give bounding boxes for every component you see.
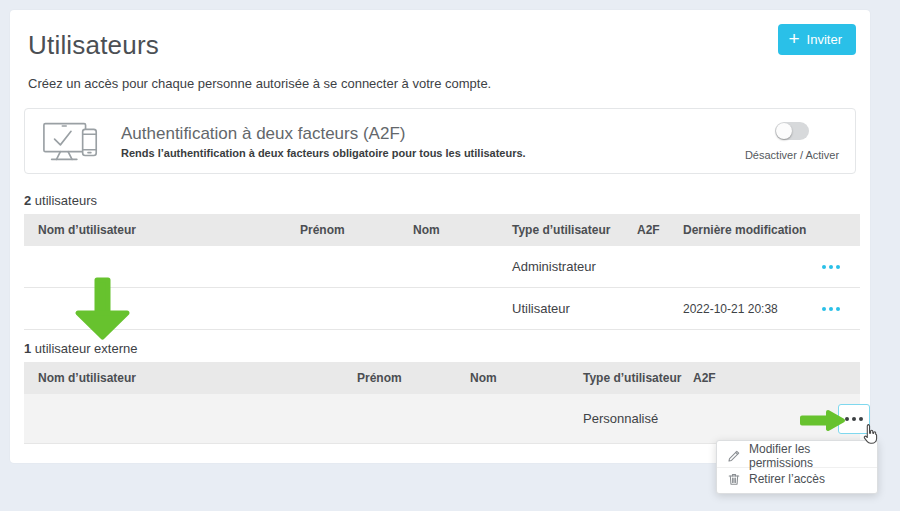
- two-factor-devices-icon: [41, 116, 103, 166]
- users-table-header: Nom d’utilisateur Prénom Nom Type d’util…: [24, 214, 860, 246]
- col-usertype: Type d’utilisateur: [512, 223, 637, 237]
- users-admin-page: { "header": { "title": "Utilisateurs", "…: [0, 0, 900, 511]
- two-factor-text-block: Authentification à deux facteurs (A2F) R…: [121, 124, 735, 159]
- green-arrow-down-icon: [70, 276, 136, 348]
- user-type: Utilisateur: [512, 301, 637, 316]
- trash-icon: [727, 472, 741, 486]
- row-actions-ellipsis-icon[interactable]: [818, 261, 844, 273]
- users-count-text: utilisateurs: [35, 193, 97, 208]
- user-row: Utilisateur 2022-10-21 20:38: [24, 288, 860, 330]
- col-a2f: A2F: [693, 371, 860, 385]
- users-count: 2: [24, 193, 31, 208]
- menu-item-remove-access[interactable]: Retirer l’accès: [717, 467, 877, 490]
- two-factor-title: Authentification à deux facteurs (A2F): [121, 124, 735, 144]
- external-users-table: Nom d’utilisateur Prénom Nom Type d’util…: [24, 362, 860, 444]
- col-firstname: Prénom: [357, 371, 470, 385]
- col-usertype: Type d’utilisateur: [583, 371, 693, 385]
- users-table: Nom d’utilisateur Prénom Nom Type d’util…: [24, 214, 860, 330]
- col-lastname: Nom: [470, 371, 583, 385]
- menu-item-label: Retirer l’accès: [749, 472, 825, 486]
- page-subtitle: Créez un accès pour chaque personne auto…: [28, 76, 491, 91]
- col-firstname: Prénom: [300, 223, 413, 237]
- plus-icon: +: [788, 29, 799, 48]
- invite-button-label: Inviter: [807, 32, 842, 47]
- col-lastname: Nom: [413, 223, 512, 237]
- two-factor-description: Rends l’authentification à deux facteurs…: [121, 147, 735, 159]
- row-actions-context-menu: Modifier les permissions Retirer l’accès: [716, 440, 878, 494]
- row-actions-ellipsis-icon[interactable]: [818, 303, 844, 315]
- menu-item-edit-permissions[interactable]: Modifier les permissions: [717, 444, 877, 467]
- col-username: Nom d’utilisateur: [38, 371, 357, 385]
- external-user-row: Personnalisé: [24, 394, 860, 444]
- user-row: Administrateur: [24, 246, 860, 288]
- two-factor-card: Authentification à deux facteurs (A2F) R…: [24, 108, 856, 174]
- two-factor-toggle[interactable]: [775, 122, 809, 140]
- toggle-knob: [776, 123, 792, 139]
- external-table-header: Nom d’utilisateur Prénom Nom Type d’util…: [24, 362, 860, 394]
- page-title: Utilisateurs: [28, 30, 159, 61]
- user-type: Personnalisé: [583, 411, 693, 426]
- users-count-label: 2 utilisateurs: [24, 193, 97, 208]
- main-panel: Utilisateurs + Inviter Créez un accès po…: [10, 10, 870, 463]
- hand-pointer-icon: [861, 423, 881, 451]
- two-factor-toggle-label: Désactiver / Activer: [735, 149, 849, 161]
- col-a2f: A2F: [637, 223, 683, 237]
- col-lastmodified: Dernière modification: [683, 223, 860, 237]
- pencil-icon: [727, 449, 741, 463]
- green-arrow-right-icon: [799, 409, 847, 436]
- menu-item-label: Modifier les permissions: [749, 442, 867, 470]
- col-username: Nom d’utilisateur: [38, 223, 300, 237]
- two-factor-toggle-block: Désactiver / Activer: [735, 122, 855, 161]
- user-type: Administrateur: [512, 259, 637, 274]
- external-count: 1: [24, 341, 31, 356]
- invite-button[interactable]: + Inviter: [778, 24, 856, 55]
